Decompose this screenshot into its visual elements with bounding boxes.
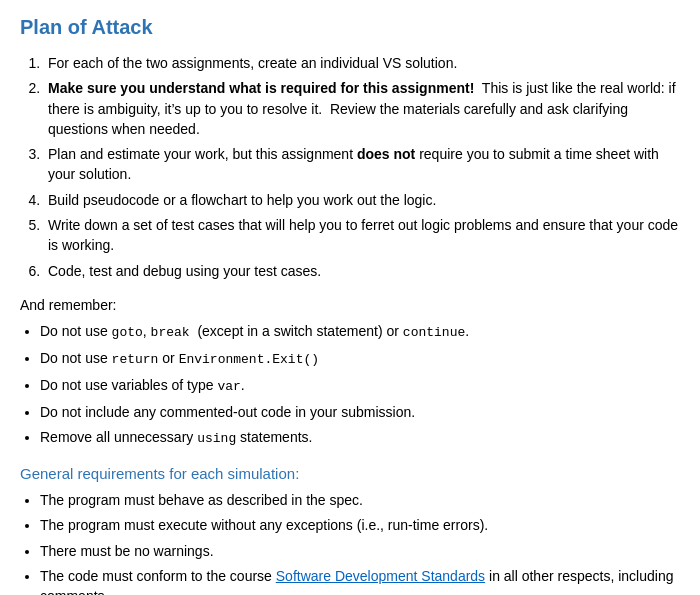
bullet-text: Do not use return or Environment.Exit() <box>40 350 319 366</box>
remember-section: And remember: Do not use goto, break (ex… <box>20 295 680 449</box>
code-using: using <box>197 431 236 446</box>
list-item-text: Code, test and debug using your test cas… <box>48 263 321 279</box>
bullet-text: Do not use variables of type var. <box>40 377 245 393</box>
list-item: Make sure you understand what is require… <box>44 78 680 139</box>
remember-bullet-4: Do not include any commented-out code in… <box>40 402 680 422</box>
remember-label: And remember: <box>20 295 680 315</box>
list-item: Write down a set of test cases that will… <box>44 215 680 256</box>
general-req-heading: General requirements for each simulation… <box>20 465 680 482</box>
list-item-bold: Make sure you understand what is require… <box>48 80 474 96</box>
bullet-text: There must be no warnings. <box>40 543 214 559</box>
general-req-bullet-4: The code must conform to the course Soft… <box>40 566 680 595</box>
remember-bullet-3: Do not use variables of type var. <box>40 375 680 397</box>
list-item: Build pseudocode or a flowchart to help … <box>44 190 680 210</box>
list-item-text: Write down a set of test cases that will… <box>48 217 678 253</box>
list-item: Plan and estimate your work, but this as… <box>44 144 680 185</box>
ordered-list: For each of the two assignments, create … <box>44 53 680 281</box>
code-continue: continue <box>403 325 465 340</box>
list-item-bold: does not <box>357 146 415 162</box>
bullet-text: Do not use goto, break (except in a swit… <box>40 323 469 339</box>
list-item-text-before-bold: Plan and estimate your work, but this as… <box>48 146 357 162</box>
general-req-bullet-3: There must be no warnings. <box>40 541 680 561</box>
remember-bullet-5: Remove all unnecessary using statements. <box>40 427 680 449</box>
remember-bullet-1: Do not use goto, break (except in a swit… <box>40 321 680 343</box>
code-environment-exit: Environment.Exit() <box>179 352 319 367</box>
general-req-list: The program must behave as described in … <box>40 490 680 595</box>
software-dev-standards-link[interactable]: Software Development Standards <box>276 568 485 584</box>
page-title: Plan of Attack <box>20 16 680 39</box>
general-req-bullet-2: The program must execute without any exc… <box>40 515 680 535</box>
remember-list: Do not use goto, break (except in a swit… <box>40 321 680 449</box>
remember-bullet-2: Do not use return or Environment.Exit() <box>40 348 680 370</box>
code-break: break <box>151 325 190 340</box>
general-req-bullet-1: The program must behave as described in … <box>40 490 680 510</box>
bullet-text: The code must conform to the course Soft… <box>40 568 673 595</box>
bullet-text: Remove all unnecessary using statements. <box>40 429 312 445</box>
code-return: return <box>112 352 159 367</box>
bullet-text: The program must behave as described in … <box>40 492 363 508</box>
list-item-text: For each of the two assignments, create … <box>48 55 457 71</box>
code-var: var <box>217 379 240 394</box>
code-goto: goto <box>112 325 143 340</box>
list-item: Code, test and debug using your test cas… <box>44 261 680 281</box>
list-item: For each of the two assignments, create … <box>44 53 680 73</box>
list-item-text: Build pseudocode or a flowchart to help … <box>48 192 436 208</box>
bullet-text: Do not include any commented-out code in… <box>40 404 415 420</box>
bullet-text: The program must execute without any exc… <box>40 517 488 533</box>
